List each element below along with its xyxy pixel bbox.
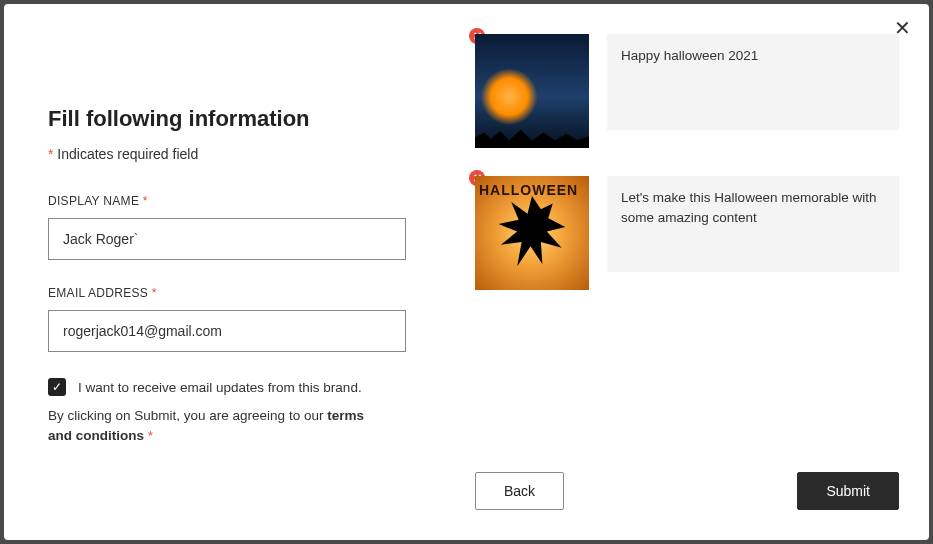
- upload-thumb-wrap: ✕: [475, 34, 589, 148]
- email-updates-checkbox[interactable]: ✓: [48, 378, 66, 396]
- required-indicator-note: * Indicates required field: [48, 146, 385, 162]
- upload-row: ✕ HALLOWEEN: [475, 176, 899, 290]
- terms-line: By clicking on Submit, you are agreeing …: [48, 406, 385, 445]
- modal-dialog: ✕ Fill following information * Indicates…: [4, 4, 929, 540]
- uploads-column: ✕ ✕ HALLOWEEN Back Submit: [475, 20, 913, 524]
- button-row: Back Submit: [475, 472, 899, 510]
- asterisk-icon: *: [148, 428, 153, 443]
- upload-thumbnail[interactable]: HALLOWEEN: [475, 176, 589, 290]
- email-input[interactable]: [48, 310, 406, 352]
- thumbnail-overlay-text: HALLOWEEN: [479, 182, 578, 198]
- asterisk-icon: *: [152, 286, 157, 300]
- upload-thumb-wrap: ✕ HALLOWEEN: [475, 176, 589, 290]
- email-label: EMAIL ADDRESS *: [48, 286, 385, 300]
- display-name-input[interactable]: [48, 218, 406, 260]
- email-updates-row: ✓ I want to receive email updates from t…: [48, 378, 385, 396]
- form-column: Fill following information * Indicates r…: [20, 20, 475, 524]
- upload-caption-input[interactable]: [607, 176, 899, 272]
- asterisk-icon: *: [48, 146, 57, 162]
- page-title: Fill following information: [48, 106, 385, 132]
- upload-row: ✕: [475, 34, 899, 148]
- submit-button[interactable]: Submit: [797, 472, 899, 510]
- email-updates-label: I want to receive email updates from thi…: [78, 380, 362, 395]
- upload-caption-input[interactable]: [607, 34, 899, 130]
- asterisk-icon: *: [143, 194, 148, 208]
- display-name-label: DISPLAY NAME *: [48, 194, 385, 208]
- back-button[interactable]: Back: [475, 472, 564, 510]
- upload-thumbnail[interactable]: [475, 34, 589, 148]
